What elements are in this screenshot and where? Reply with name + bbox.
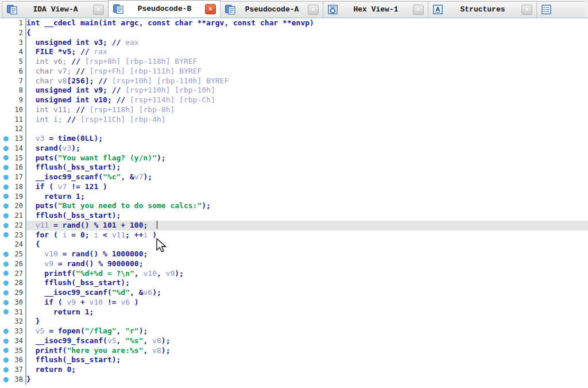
code-segment: "You want flag? (y/n)" bbox=[58, 153, 157, 162]
code-text[interactable]: fflush(_bss_start); bbox=[26, 355, 588, 365]
code-text[interactable]: return 1; bbox=[26, 308, 588, 317]
tab-enums[interactable] bbox=[536, 1, 585, 17]
structures-icon bbox=[432, 4, 444, 16]
code-segment: [rsp+118h] [rbp-8h] bbox=[90, 105, 175, 114]
code-segment: v6 bbox=[121, 298, 130, 306]
code-text[interactable]: fflush(_bss_start); bbox=[26, 163, 588, 172]
line-gutter: 20 bbox=[0, 201, 26, 211]
line-number: 27 bbox=[15, 269, 23, 279]
code-line: 16 fflush(_bss_start); bbox=[0, 163, 588, 172]
code-text[interactable]: if ( v9 + v10 != v6 ) bbox=[26, 298, 588, 308]
line-number: 2 bbox=[19, 28, 23, 38]
address-dot-icon bbox=[3, 271, 9, 276]
code-segment bbox=[26, 134, 36, 143]
code-text[interactable]: { bbox=[26, 240, 588, 249]
code-text[interactable]: __isoc99_scanf("%d", &v6); bbox=[26, 288, 588, 298]
tab-ida-view-a[interactable]: IDA View-A × bbox=[2, 1, 109, 17]
code-segment: v11 bbox=[36, 221, 49, 229]
code-segment: [rsp+110h] [rbp-10h] bbox=[125, 86, 215, 94]
code-text[interactable]: v9 = rand() % 9000000; bbox=[26, 259, 588, 269]
code-segment: , bbox=[117, 326, 126, 335]
code-segment: ) bbox=[130, 298, 139, 306]
line-gutter: 9 bbox=[0, 95, 26, 105]
line-gutter: 3 bbox=[0, 38, 26, 48]
address-dot-icon bbox=[3, 223, 9, 228]
line-gutter: 4 bbox=[0, 47, 26, 57]
code-segment: , bbox=[134, 269, 144, 278]
code-segment bbox=[26, 221, 36, 229]
code-text[interactable]: return 1; bbox=[26, 192, 588, 202]
code-text[interactable]: } bbox=[26, 375, 588, 385]
code-text[interactable]: v10 = rand() % 1000000; bbox=[26, 249, 588, 259]
tab-close-button[interactable]: × bbox=[521, 5, 532, 15]
code-segment: rax bbox=[94, 47, 107, 56]
code-segment: ; ++ bbox=[125, 231, 143, 239]
code-segment: [rsp+114h] [rbp-Ch] bbox=[130, 95, 215, 104]
code-text[interactable]: char v7; // [rsp+Fh] [rbp-111h] BYREF bbox=[26, 67, 588, 76]
address-dot-icon bbox=[3, 348, 9, 353]
code-text[interactable]: return 0; bbox=[26, 365, 588, 375]
code-text[interactable]: printf("%d+%d = ?\n", v10, v9); bbox=[26, 269, 588, 279]
tab-hex-view-1[interactable]: Hex View-1 × bbox=[323, 1, 428, 17]
code-segment: } bbox=[26, 317, 40, 325]
line-gutter: 13 bbox=[0, 134, 26, 144]
line-gutter: 30 bbox=[0, 298, 26, 308]
code-text[interactable]: } bbox=[26, 317, 588, 326]
code-text[interactable]: puts("But you need to do some calcs:"); bbox=[26, 201, 588, 211]
tab-label: Pseudocode-A bbox=[236, 5, 308, 14]
line-gutter: 29 bbox=[0, 288, 26, 298]
code-text[interactable]: fflush(_bss_start); bbox=[26, 211, 588, 221]
line-number: 23 bbox=[15, 231, 23, 240]
tab-close-button[interactable]: × bbox=[308, 5, 319, 15]
code-text[interactable]: { bbox=[26, 28, 588, 38]
address-dot-icon bbox=[3, 155, 9, 160]
code-segment: return 0; bbox=[26, 365, 76, 374]
code-text[interactable]: v3 = time(0LL); bbox=[26, 134, 588, 144]
line-gutter: 19 bbox=[0, 192, 26, 202]
code-segment: v8 bbox=[152, 346, 161, 355]
code-line: 15 puts("You want flag? (y/n)"); bbox=[0, 153, 588, 163]
tab-bar: IDA View-A × Pseudocode-B × Pseudocode-A… bbox=[0, 0, 588, 17]
code-text[interactable]: int __cdecl main(int argc, const char **… bbox=[26, 18, 588, 28]
address-dot-icon bbox=[3, 377, 9, 382]
tab-close-button[interactable]: × bbox=[205, 4, 216, 14]
code-text[interactable]: char v8[256]; // [rsp+10h] [rbp-110h] BY… bbox=[26, 76, 588, 86]
code-text[interactable]: __isoc99_scanf("%c", &v7); bbox=[26, 172, 588, 182]
code-text[interactable]: int i; // [rsp+11Ch] [rbp-4h] bbox=[26, 115, 588, 125]
code-line: 6 char v7; // [rsp+Fh] [rbp-111h] BYREF bbox=[0, 67, 588, 76]
code-text[interactable]: printf("here you are:%s", v8); bbox=[26, 346, 588, 356]
code-line: 9 unsigned int v10; // [rsp+114h] [rbp-C… bbox=[0, 95, 588, 105]
code-segment: if ( bbox=[26, 298, 67, 306]
code-text[interactable]: srand(v3); bbox=[26, 144, 588, 153]
code-text[interactable]: if ( v7 != 121 ) bbox=[26, 182, 588, 192]
code-text[interactable]: unsigned int v9; // [rsp+110h] [rbp-10h] bbox=[26, 86, 588, 95]
code-segment: ); bbox=[144, 172, 153, 181]
code-segment: = rand() % 1000000; bbox=[58, 249, 148, 258]
code-segment: v7 bbox=[134, 172, 144, 181]
code-segment: printf( bbox=[26, 269, 76, 278]
line-number: 16 bbox=[15, 163, 23, 172]
tab-structures[interactable]: Structures × bbox=[428, 1, 537, 17]
code-text[interactable] bbox=[26, 124, 588, 134]
code-text[interactable]: unsigned int v10; // [rsp+114h] [rbp-Ch] bbox=[26, 95, 588, 105]
code-text[interactable]: int v11; // [rsp+118h] [rbp-8h] bbox=[26, 105, 588, 115]
code-text[interactable]: puts("You want flag? (y/n)"); bbox=[26, 153, 588, 163]
code-text[interactable]: v11 = rand() % 101 + 100; bbox=[26, 221, 588, 231]
code-text[interactable]: for ( i = 0; i < v11; ++i ) bbox=[26, 231, 588, 240]
tab-close-button[interactable]: × bbox=[93, 5, 104, 15]
code-text[interactable]: unsigned int v3; // eax bbox=[26, 38, 588, 48]
code-text[interactable]: fflush(_bss_start); bbox=[26, 278, 588, 288]
code-segment: != 121 ) bbox=[67, 182, 107, 191]
code-text[interactable]: v5 = fopen("/flag", "r"); bbox=[26, 326, 588, 336]
code-line: 18 if ( v7 != 121 ) bbox=[0, 182, 588, 192]
tab-pseudocode-a[interactable]: Pseudocode-A × bbox=[220, 1, 323, 17]
code-text[interactable]: FILE *v5; // rax bbox=[26, 47, 588, 57]
code-text[interactable]: int v6; // [rsp+8h] [rbp-118h] BYREF bbox=[26, 57, 588, 67]
address-dot-icon bbox=[3, 175, 9, 180]
code-segment: srand( bbox=[26, 144, 63, 152]
line-gutter: 33 bbox=[0, 326, 26, 336]
tab-close-button[interactable]: × bbox=[413, 5, 424, 15]
code-text[interactable]: __isoc99_fscanf(v5, "%s", v8); bbox=[26, 336, 588, 346]
tab-pseudocode-b[interactable]: Pseudocode-B × bbox=[108, 0, 220, 17]
code-segment: // bbox=[76, 105, 89, 114]
